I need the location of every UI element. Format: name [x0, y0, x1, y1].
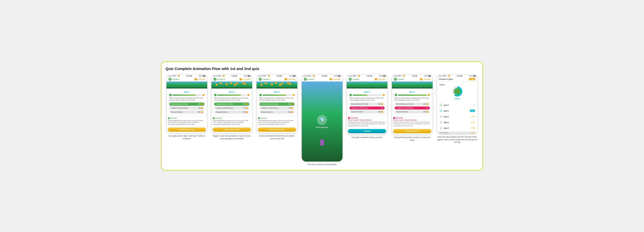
coins-overlay: [256, 82, 297, 89]
answer-option[interactable]: Diversification of Credit 15%: [214, 103, 249, 106]
status-bar: Carrier 📶 1:20 PM 100%: [347, 75, 388, 77]
transition-text: Next Question: [316, 126, 328, 128]
answer-label: Length of Credit History: [396, 107, 414, 109]
phone-frame: Carrier 📶 1:20 PM 100% V: [166, 74, 208, 133]
coin-counter: 2,101,252: [330, 78, 340, 81]
status-left: Carrier 📶: [258, 75, 270, 77]
question-text: Which of the five factors impacting your…: [350, 97, 385, 101]
signal-dots: [173, 76, 178, 76]
collect-button[interactable]: Collect Bonus Coins: [258, 127, 296, 132]
signal-dot: [218, 76, 218, 76]
answer-option[interactable]: Length of Credit History 1%: [395, 107, 430, 110]
flying-coin-icon: [226, 83, 228, 85]
status-right: 100%: [199, 75, 206, 77]
signal-dot: [222, 76, 222, 76]
option-coin-icon: [291, 103, 293, 105]
signal-dot: [173, 76, 174, 76]
phone-frame: Carrier 📶 1:20 PM 100% V: [256, 74, 298, 133]
wifi-icon: 📶: [313, 75, 315, 77]
quiz-title: Quiz 1: [395, 91, 430, 93]
progress-fill: [262, 95, 286, 96]
collect-button[interactable]: Collect Bonus Coins: [213, 127, 251, 132]
answer-option[interactable]: Payment History 69%: [395, 110, 430, 114]
time-label: 1:20 PM: [232, 75, 237, 77]
flying-coin-icon: [242, 82, 244, 84]
quiz-card: Quiz 1 Which of the five factors impacti…: [348, 90, 386, 116]
answer-option[interactable]: Payment History 80%: [214, 111, 249, 114]
answer-option[interactable]: Length of Credit History 5%: [259, 107, 294, 110]
header-bar: V Credit V 2,101,252: [256, 77, 297, 82]
progress-start-icon: [259, 94, 262, 96]
answer-option[interactable]: Diversification of Credit 15%: [169, 103, 204, 106]
answers-list: Diversification of Credit 15% Length of …: [169, 103, 204, 114]
answer-label: Payment History: [171, 111, 183, 113]
coin-icon: [284, 78, 287, 81]
collect-button[interactable]: Collect Bonus Coins: [168, 127, 206, 132]
coin-counter: 2,101,002: [240, 78, 250, 81]
option-coin-icon: [426, 111, 428, 113]
quiz-card: Quiz 1 Which of the five factors impacti…: [213, 90, 251, 116]
answer-label: Length of Credit History: [171, 107, 188, 109]
header-bar: V Credit V 2,101,002: [212, 77, 252, 82]
topic-icon: 🌿: [454, 88, 461, 95]
result-text: Credit diversification accounts for 10% …: [258, 120, 296, 125]
quiz-list-item[interactable]: ● Quiz 1 ✓: [438, 103, 476, 108]
quiz-coins: ⭐ 500: [471, 127, 475, 129]
answer-option[interactable]: Length of Credit History 5%: [214, 107, 249, 110]
answer-pct: 69%: [423, 111, 426, 113]
page-title: Quiz Complete Animation Flow with 1st an…: [166, 67, 478, 71]
answer-label: Length of Credit History: [216, 107, 233, 109]
app-logo: V Credit I: [349, 78, 360, 81]
screen-column: Carrier 📶 1:20 PM 100% V: [211, 74, 253, 166]
collect-button[interactable]: Collect Quiz Coins: [393, 129, 431, 133]
answer-option[interactable]: Payment History 69%: [350, 110, 385, 114]
signal-dot: [402, 76, 402, 76]
signal-dot: [446, 76, 447, 76]
signal-dot: [220, 76, 220, 76]
quiz-list-item[interactable]: ● Quiz 5 ⭐ 500: [438, 125, 476, 130]
screen-column: Carrier 📶 1:20 PM 100% Choose: [436, 74, 478, 166]
quiz-list-item[interactable]: ● Quiz 4 ⭐ 500: [438, 120, 476, 125]
screen-caption: The user is moved to next question: [308, 163, 337, 166]
rewards-coins: ⭐ 5,000: [470, 132, 475, 133]
answer-option[interactable]: Length of Credit History 5%: [169, 107, 204, 110]
play-button[interactable]: Play: [470, 110, 475, 112]
logo-icon: V: [394, 78, 397, 81]
signal-dots: [443, 76, 448, 76]
answer-option[interactable]: Diversification of Credit 20%: [395, 103, 430, 106]
answer-option[interactable]: Diversification of Credit 20%: [350, 103, 385, 106]
time-label: 1:20 PM: [276, 75, 282, 77]
battery-pct: 100%: [334, 75, 337, 77]
signal-dot: [265, 76, 266, 76]
answer-label: Diversification of Credit: [171, 103, 188, 105]
answer-option[interactable]: Diversification of Credit 15%: [259, 103, 294, 106]
answer-option[interactable]: Length of Credit History 1%: [350, 107, 385, 110]
map-area: [166, 82, 207, 89]
quiz-item-label: Quiz 4: [444, 121, 470, 123]
logo-icon: V: [168, 78, 172, 81]
continue-button[interactable]: Continue: [348, 129, 386, 133]
quiz-list-item[interactable]: ● Quiz 3 ⭐ 500: [438, 114, 476, 119]
coin-icon: [194, 78, 197, 81]
screen-caption: Sees the topic progress bar fill in and …: [436, 136, 478, 144]
coin-icon: [240, 78, 242, 81]
battery-fill: [474, 76, 475, 76]
answer-option[interactable]: Payment History 80%: [169, 111, 204, 114]
wifi-icon: 📶: [223, 75, 225, 77]
quiz-card: Quiz 1 Which of the five factors impacti…: [393, 90, 431, 116]
battery-icon: [428, 75, 431, 77]
signal-dot: [219, 76, 220, 76]
answer-option[interactable]: Payment History 80%: [259, 111, 294, 114]
map-area: [392, 82, 432, 89]
coin-counter: 2,101,002: [194, 78, 205, 81]
battery-fill: [428, 76, 430, 76]
carrier-label: Carrier: [168, 75, 172, 77]
status-bar: Carrier 📶 1:20 PM 100%: [302, 75, 342, 77]
quiz-list-item[interactable]: ● Quiz 2 Play: [438, 108, 476, 113]
progress-row: [169, 94, 204, 96]
carrier-label: Carrier: [438, 75, 442, 77]
progress-fill: [172, 95, 196, 96]
quiz-item-label: Quiz 2: [444, 110, 469, 112]
battery-icon: [473, 75, 476, 77]
status-left: Carrier 📶: [303, 75, 315, 77]
